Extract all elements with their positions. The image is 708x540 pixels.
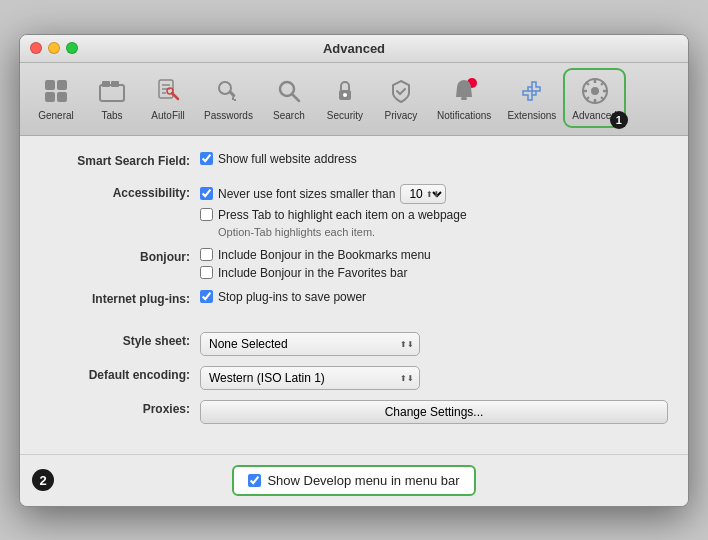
advanced-icon [579, 75, 611, 107]
plugins-row: Internet plug-ins: Stop plug-ins to save… [40, 290, 668, 312]
accessibility-controls: Never use font sizes smaller than 10 Pre… [200, 184, 668, 238]
smart-search-row: Smart Search Field: Show full website ad… [40, 152, 668, 174]
accessibility-hint: Option-Tab highlights each item. [200, 226, 668, 238]
accessibility-label: Accessibility: [40, 184, 200, 200]
style-sheet-label: Style sheet: [40, 332, 200, 348]
proxies-row: Proxies: Change Settings... [40, 400, 668, 424]
privacy-icon [385, 75, 417, 107]
develop-menu-checkbox[interactable] [248, 474, 261, 487]
search-icon [273, 75, 305, 107]
plugins-label: Internet plug-ins: [40, 290, 200, 306]
close-button[interactable] [30, 42, 42, 54]
tabs-label: Tabs [101, 110, 122, 121]
extensions-icon [516, 75, 548, 107]
bonjour-label: Bonjour: [40, 248, 200, 264]
encoding-select[interactable]: Western (ISO Latin 1) [200, 366, 420, 390]
general-icon [40, 75, 72, 107]
security-label: Security [327, 110, 363, 121]
smart-search-controls: Show full website address [200, 152, 668, 166]
extensions-label: Extensions [507, 110, 556, 121]
autofill-icon [152, 75, 184, 107]
plugins-check-row: Stop plug-ins to save power [200, 290, 668, 304]
proxies-controls: Change Settings... [200, 400, 668, 424]
encoding-controls: Western (ISO Latin 1) [200, 366, 668, 390]
accessibility-row: Accessibility: Never use font sizes smal… [40, 184, 668, 238]
style-sheet-select-wrapper: None Selected [200, 332, 420, 356]
content-area: Smart Search Field: Show full website ad… [20, 136, 688, 454]
svg-rect-1 [57, 80, 67, 90]
svg-line-31 [601, 97, 604, 100]
svg-point-19 [343, 93, 347, 97]
general-label: General [38, 110, 74, 121]
change-settings-button[interactable]: Change Settings... [200, 400, 668, 424]
svg-rect-13 [228, 89, 236, 97]
svg-rect-3 [57, 92, 67, 102]
bonjour-favorites-row: Include Bonjour in the Favorites bar [200, 266, 668, 280]
bonjour-bookmarks-option: Include Bonjour in the Bookmarks menu [218, 248, 431, 262]
privacy-label: Privacy [385, 110, 418, 121]
style-sheet-row: Style sheet: None Selected [40, 332, 668, 356]
svg-rect-2 [45, 92, 55, 102]
encoding-row: Default encoding: Western (ISO Latin 1) [40, 366, 668, 390]
toolbar-item-privacy[interactable]: Privacy [375, 71, 427, 125]
search-label: Search [273, 110, 305, 121]
toolbar-item-general[interactable]: General [30, 71, 82, 125]
smart-search-checkbox[interactable] [200, 152, 213, 165]
font-size-select-wrapper: 10 [400, 184, 446, 204]
style-sheet-select[interactable]: None Selected [200, 332, 420, 356]
bonjour-controls: Include Bonjour in the Bookmarks menu In… [200, 248, 668, 280]
svg-rect-0 [45, 80, 55, 90]
toolbar-item-tabs[interactable]: Tabs [86, 71, 138, 125]
bonjour-favorites-checkbox[interactable] [200, 266, 213, 279]
bonjour-favorites-option: Include Bonjour in the Favorites bar [218, 266, 407, 280]
font-size-option1: Never use font sizes smaller than [218, 187, 395, 201]
notifications-label: Notifications [437, 110, 491, 121]
toolbar-item-advanced[interactable]: Advanced 1 [566, 71, 622, 125]
preferences-window: Advanced General Tabs [19, 34, 689, 507]
svg-line-30 [586, 82, 589, 85]
develop-menu-label: Show Develop menu in menu bar [267, 473, 459, 488]
badge-2: 2 [32, 469, 54, 491]
smart-search-check-row: Show full website address [200, 152, 668, 166]
passwords-icon [212, 75, 244, 107]
toolbar-item-search[interactable]: Search [263, 71, 315, 125]
tab-highlight-checkbox[interactable] [200, 208, 213, 221]
smart-search-label: Smart Search Field: [40, 152, 200, 168]
develop-menu-box: Show Develop menu in menu bar [232, 465, 475, 496]
svg-rect-21 [461, 97, 467, 100]
font-size-row: Never use font sizes smaller than 10 [200, 184, 668, 204]
svg-point-25 [591, 87, 599, 95]
plugins-checkbox[interactable] [200, 290, 213, 303]
bottom-bar: 2 Show Develop menu in menu bar [20, 454, 688, 506]
security-icon [329, 75, 361, 107]
passwords-label: Passwords [204, 110, 253, 121]
toolbar-item-security[interactable]: Security [319, 71, 371, 125]
encoding-select-wrapper: Western (ISO Latin 1) [200, 366, 420, 390]
plugins-option1: Stop plug-ins to save power [218, 290, 366, 304]
minimize-button[interactable] [48, 42, 60, 54]
bonjour-row: Bonjour: Include Bonjour in the Bookmark… [40, 248, 668, 280]
toolbar-item-autofill[interactable]: AutoFill [142, 71, 194, 125]
tab-highlight-row: Press Tab to highlight each item on a we… [200, 208, 668, 222]
maximize-button[interactable] [66, 42, 78, 54]
notifications-icon [448, 75, 480, 107]
svg-rect-14 [232, 97, 234, 100]
toolbar-item-passwords[interactable]: Passwords [198, 71, 259, 125]
svg-line-17 [292, 94, 299, 101]
proxies-label: Proxies: [40, 400, 200, 416]
plugins-controls: Stop plug-ins to save power [200, 290, 668, 304]
font-size-select[interactable]: 10 [400, 184, 446, 204]
svg-rect-5 [102, 81, 110, 87]
toolbar-item-extensions[interactable]: Extensions [501, 71, 562, 125]
font-size-checkbox[interactable] [200, 187, 213, 200]
badge-1: 1 [610, 111, 628, 129]
svg-line-33 [586, 97, 589, 100]
smart-search-option1: Show full website address [218, 152, 357, 166]
svg-rect-15 [234, 99, 236, 101]
bonjour-bookmarks-checkbox[interactable] [200, 248, 213, 261]
toolbar: General Tabs [20, 63, 688, 136]
bonjour-bookmarks-row: Include Bonjour in the Bookmarks menu [200, 248, 668, 262]
tabs-icon [96, 75, 128, 107]
traffic-lights [30, 42, 78, 54]
toolbar-item-notifications[interactable]: Notifications [431, 71, 497, 125]
